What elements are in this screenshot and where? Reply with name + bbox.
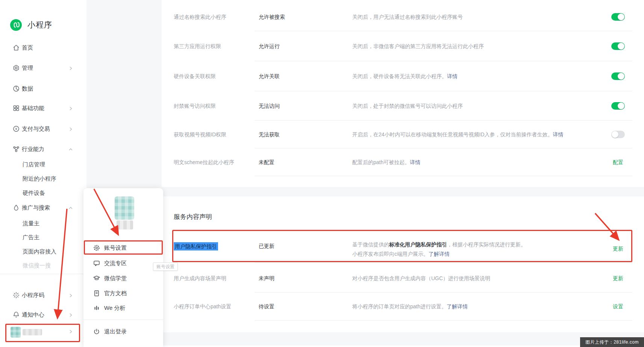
grid-icon [12, 104, 20, 112]
sidebar-item-label: 微信搜一搜 [23, 260, 51, 271]
sidebar-item-home[interactable]: 首页 [0, 42, 86, 53]
toggle-banned-account-access[interactable] [611, 102, 625, 110]
row-divider [255, 320, 632, 321]
menu-item-official-docs[interactable]: 官方文档 [83, 288, 163, 299]
service-desc: 将小程序的订单页对应的path进行设置。了解详情 [352, 303, 468, 310]
permission-label: 第三方应用运行权限 [174, 42, 221, 50]
menu-item-label: We 分析 [104, 302, 125, 314]
next-panel-edge [162, 345, 644, 347]
sidebar-divider [0, 274, 86, 274]
menu-item-wechat-academy[interactable]: 微信学堂 [83, 273, 163, 284]
chevron-right-icon [68, 106, 73, 111]
sidebar-item-page-content[interactable]: 页面内容接入 [0, 246, 86, 257]
sidebar-item-advertiser[interactable]: 广告主 [0, 232, 86, 243]
sidebar-item-data[interactable]: 数据 [0, 83, 86, 94]
row-divider [255, 292, 632, 293]
menu-item-label: 账号设置 [104, 242, 127, 253]
sidebar-item-payment[interactable]: ¥ 支付与交易 [0, 123, 86, 134]
privacy-guideline-label-selected: 用户隐私保护指引 [174, 242, 218, 250]
menu-item-account-settings[interactable]: 账号设置 [83, 242, 163, 253]
menu-item-logout[interactable]: 退出登录 [83, 326, 163, 337]
sidebar-item-label: 通知中心 [22, 309, 44, 320]
permission-value: 未配置 [259, 158, 274, 166]
user-name-blurred [23, 329, 42, 335]
popup-avatar-pixelated [115, 196, 134, 220]
set-path-button[interactable]: 设置 [593, 303, 623, 310]
detail-link[interactable]: 详情 [447, 73, 458, 79]
sidebar-item-manage[interactable]: 管理 [0, 62, 86, 74]
app-title: 小程序 [27, 20, 52, 30]
service-status: 已更新 [259, 242, 274, 250]
permission-desc: 关闭后，非微信客户端的第三方应用将无法运行此小程序 [352, 42, 484, 50]
learn-more-link[interactable]: 了解详情 [447, 303, 468, 309]
menu-item-we-analysis[interactable]: We 分析 [83, 302, 163, 314]
chevron-right-icon [68, 313, 73, 317]
menu-item-label: 退出登录 [104, 326, 127, 337]
toggle-third-party-run[interactable] [611, 42, 625, 50]
permission-label: 明文scheme拉起此小程序 [174, 158, 234, 166]
sidebar-item-label: 数据 [22, 83, 33, 94]
sidebar-item-industry[interactable]: 行业能力 [0, 143, 86, 155]
chevron-right-icon [68, 127, 73, 131]
sidebar-item-features[interactable]: 基础功能 [0, 103, 86, 114]
menu-item-forum[interactable]: 交流专区 [83, 258, 163, 269]
toggle-video-id[interactable] [611, 131, 625, 138]
sidebar-item-hardware[interactable]: 硬件设备 [0, 187, 86, 199]
sidebar-item-miniprogram-code[interactable]: 小程序码 [0, 290, 86, 301]
permissions-panel: 通过名称搜索此小程序 允许被搜索 关闭后，用户无法通过名称搜索到此小程序账号 第… [162, 0, 644, 187]
permission-label: 通过名称搜索此小程序 [174, 13, 226, 21]
sidebar-item-label: 支付与交易 [22, 123, 50, 134]
sidebar-item-label: 广告主 [23, 232, 39, 243]
sidebar-item-nearby[interactable]: 附近的小程序 [0, 173, 86, 184]
code-burst-icon [12, 291, 20, 299]
permission-value: 允许关联 [259, 72, 280, 80]
sidebar-item-label: 推广与搜索 [22, 202, 50, 213]
section-title: 服务内容声明 [174, 213, 212, 221]
learn-more-link[interactable]: 了解详情 [429, 251, 450, 257]
permission-desc: 关闭后，处于封禁的微信账号可以访问此小程序 [352, 102, 463, 110]
app-logo: 小程序 [10, 19, 52, 31]
yuan-circle-icon: ¥ [12, 125, 20, 133]
row-divider [255, 91, 632, 91]
watermark: 图片上传于：281life.com [580, 337, 644, 347]
service-desc: 对小程序是否包含用户生成内容（UGC）进行使用场景说明 [352, 275, 490, 282]
sidebar-item-label: 行业能力 [22, 143, 44, 155]
chevron-right-icon [68, 66, 73, 71]
service-status: 未声明 [259, 275, 274, 282]
sidebar-item-promotion[interactable]: 推广与搜索 [0, 202, 86, 213]
permission-label: 封禁账号访问权限 [174, 102, 216, 110]
menu-item-label: 微信学堂 [104, 273, 127, 284]
row-divider [255, 120, 632, 121]
permission-value: 允许运行 [259, 42, 280, 50]
service-label: 用户生成内容场景声明 [174, 275, 226, 282]
sidebar-item-label: 附近的小程序 [23, 173, 56, 184]
update-privacy-button[interactable]: 更新 [593, 245, 623, 252]
document-icon [93, 290, 100, 297]
detail-link[interactable]: 详情 [410, 159, 420, 165]
permission-desc: 配置后的path可被拉起。详情 [352, 158, 420, 166]
toggle-search-by-name[interactable] [611, 13, 625, 21]
row-divider [255, 61, 632, 61]
service-declaration-panel: 服务内容声明 用户隐私保护指引 已更新 基于微信提供的标准化用户隐私保护指引，根… [162, 196, 644, 332]
miniprogram-logo-icon [10, 19, 22, 31]
sidebar-item-wechat-search[interactable]: 微信搜一搜 [0, 260, 86, 271]
chat-bubble-icon [93, 259, 100, 267]
sidebar-item-account[interactable] [0, 327, 86, 339]
bell-icon [12, 311, 20, 318]
graduation-cap-icon [93, 275, 100, 282]
sidebar-item-label: 门店管理 [23, 159, 45, 170]
sidebar-item-store-manage[interactable]: 门店管理 [0, 159, 86, 170]
sidebar: 小程序 首页 管理 数据 基础功能 ¥ 支付与交易 行业能力 门 [0, 0, 86, 347]
manage-icon [12, 64, 20, 72]
configure-button[interactable]: 配置 [593, 158, 623, 166]
permission-desc: 关闭后，硬件设备将无法关联此小程序。详情 [352, 72, 458, 80]
service-desc: 基于微信提供的标准化用户隐私保护指引，根据小程序实际情况进行更新。 小程序发布后… [352, 240, 526, 259]
detail-link[interactable]: 详情 [553, 131, 564, 137]
menu-item-label: 官方文档 [104, 288, 127, 299]
update-ugc-button[interactable]: 更新 [593, 275, 623, 282]
chevron-up-icon [68, 147, 73, 152]
home-icon [12, 44, 20, 51]
sidebar-item-notifications[interactable]: 通知中心 [0, 309, 86, 320]
sidebar-item-traffic[interactable]: 流量主 [0, 218, 86, 229]
toggle-hardware-link[interactable] [611, 72, 625, 80]
